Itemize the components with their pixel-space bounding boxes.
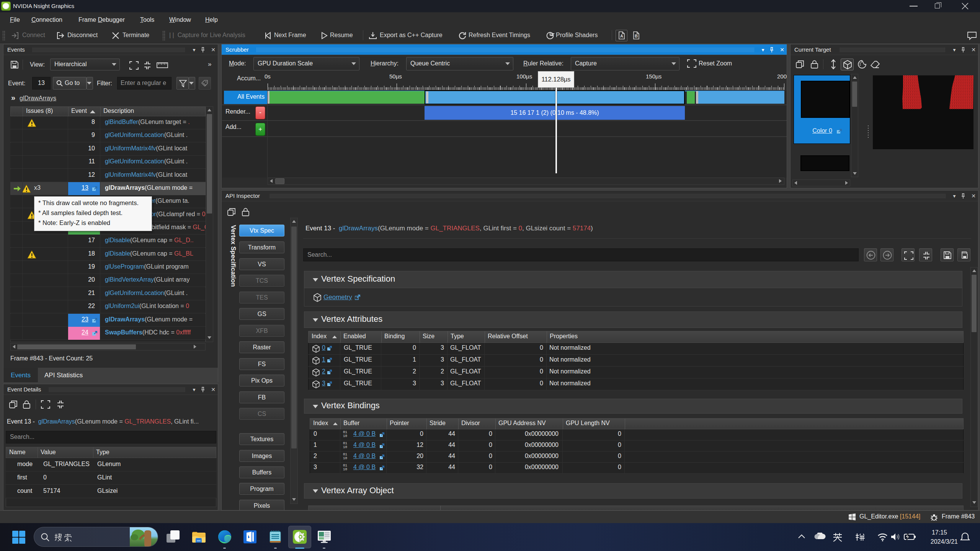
svg-text:B: B [635,34,638,38]
svg-text:A: A [620,34,623,38]
